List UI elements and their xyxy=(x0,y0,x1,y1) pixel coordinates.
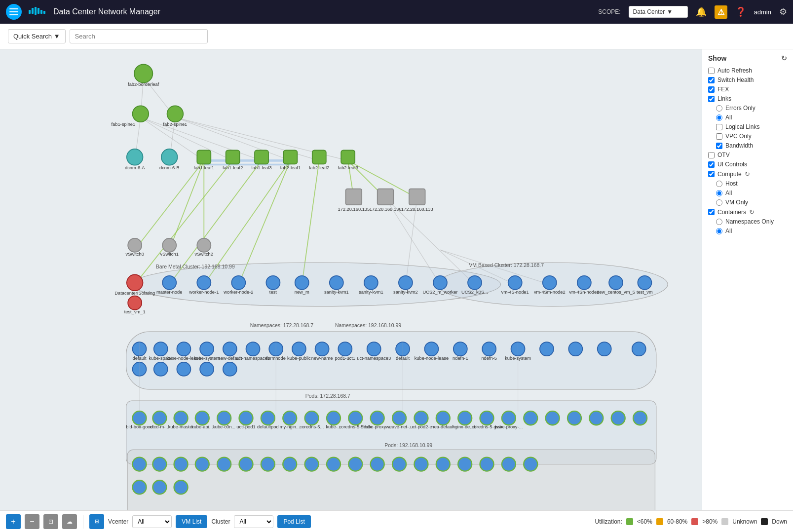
svg-text:worker-node-2: worker-node-2 xyxy=(223,290,253,295)
node-vswitch1[interactable]: vSwitch1 xyxy=(160,238,179,257)
svg-point-192 xyxy=(371,457,384,471)
svg-rect-3 xyxy=(29,10,31,14)
svg-point-166 xyxy=(327,411,340,425)
fex-checkbox[interactable] xyxy=(708,86,715,93)
add-button[interactable]: + xyxy=(6,514,21,529)
svg-text:172.28.168.136: 172.28.168.136 xyxy=(370,207,402,212)
bandwidth-checkbox[interactable] xyxy=(716,143,722,149)
compute-checkbox[interactable] xyxy=(708,171,715,177)
svg-point-82 xyxy=(127,274,143,291)
node-fab1-spine1[interactable]: fab1-spine1 xyxy=(111,106,149,127)
warning-icon[interactable]: ⚠ xyxy=(715,5,727,19)
svg-text:DatacenterISolating: DatacenterISolating xyxy=(114,291,155,296)
otv-checkbox[interactable] xyxy=(708,152,715,158)
node-dcnm-6-B[interactable]: dcnm-6-B xyxy=(159,149,179,170)
all-links-row: All xyxy=(708,114,787,121)
node-new-m[interactable]: new_m xyxy=(295,276,309,295)
all-containers-radio[interactable] xyxy=(716,228,722,234)
logical-links-checkbox[interactable] xyxy=(716,124,722,130)
svg-point-84 xyxy=(162,276,176,290)
quick-search-button[interactable]: Quick Search ▼ xyxy=(8,29,66,43)
vm-list-button[interactable]: VM List xyxy=(176,515,207,528)
containers-spinner[interactable]: ↻ xyxy=(749,208,755,216)
svg-point-90 xyxy=(266,276,280,290)
minus-button[interactable]: − xyxy=(25,514,39,529)
node-fab2-leaf2[interactable]: fab2-leaf2 xyxy=(309,150,329,170)
links-checkbox[interactable] xyxy=(708,96,715,102)
cluster-select[interactable]: All xyxy=(234,515,273,528)
svg-point-88 xyxy=(231,276,245,290)
menu-button[interactable] xyxy=(6,4,22,20)
search-input[interactable] xyxy=(70,29,208,43)
svg-point-50 xyxy=(133,106,149,122)
node-172-2[interactable]: 172.28.168.136 xyxy=(370,189,402,212)
node-fab2-borderleaf[interactable]: fab2-borderleaf xyxy=(128,64,159,86)
all-links-radio[interactable] xyxy=(716,114,722,121)
svg-point-160 xyxy=(195,411,209,425)
switch-health-checkbox[interactable] xyxy=(708,77,715,83)
svg-point-169 xyxy=(392,411,406,425)
vcenter-icon-button[interactable]: ⊞ xyxy=(89,514,104,529)
scope-select[interactable]: Data Center ▼ xyxy=(629,6,688,18)
svg-text:new_centos_vm_5: new_centos_vm_5 xyxy=(597,290,635,295)
svg-text:fab1-leaf3: fab1-leaf3 xyxy=(251,165,271,170)
svg-point-181 xyxy=(133,457,147,471)
compute-label: Compute xyxy=(717,171,742,178)
settings-icon[interactable]: ⚙ xyxy=(779,6,787,17)
svg-text:dcnm-6-B: dcnm-6-B xyxy=(159,165,179,170)
svg-point-173 xyxy=(480,411,494,425)
vcenter-select[interactable]: All xyxy=(132,515,172,528)
compute-spinner[interactable]: ↻ xyxy=(745,170,750,178)
node-fab2-leaf1[interactable]: fab2-leaf1 xyxy=(280,150,301,170)
node-vswitch2[interactable]: vSwitch2 xyxy=(195,238,213,257)
topology-canvas[interactable]: Bare Metal Cluster: 192.168.10.99 VM Bas… xyxy=(0,49,702,510)
svg-rect-60 xyxy=(226,150,240,164)
svg-text:test: test xyxy=(269,290,277,295)
containers-row: Containers ↻ xyxy=(708,208,787,216)
svg-text:Namespaces: 192.168.10.99: Namespaces: 192.168.10.99 xyxy=(335,322,401,328)
errors-only-radio[interactable] xyxy=(716,105,722,112)
svg-point-188 xyxy=(283,457,297,471)
svg-text:vm-4Sm-node2: vm-4Sm-node2 xyxy=(534,290,566,295)
namespaces-only-radio[interactable] xyxy=(716,219,722,225)
node-dcnm-6-A[interactable]: dcnm-6-A xyxy=(125,149,145,170)
containers-checkbox[interactable] xyxy=(708,209,715,215)
node-172-1[interactable]: 172.28.168.135 xyxy=(338,189,370,212)
notification-icon[interactable]: 🔔 xyxy=(696,6,707,17)
all-compute-radio[interactable] xyxy=(716,190,722,196)
node-fab1-leaf2[interactable]: fab1-leaf2 xyxy=(223,150,243,170)
vm-only-radio[interactable] xyxy=(716,199,722,206)
svg-point-114 xyxy=(128,296,142,310)
node-fab1-leaf3[interactable]: fab1-leaf3 xyxy=(251,150,271,170)
all-compute-label: All xyxy=(725,190,732,196)
vcenter-label: Vcenter xyxy=(108,518,128,525)
host-radio[interactable] xyxy=(716,181,722,187)
pod-list-button[interactable]: Pod List xyxy=(277,515,310,528)
fit-button[interactable]: ⊡ xyxy=(43,514,58,529)
switch-health-row: Switch Health xyxy=(708,76,787,83)
svg-text:vSwitch1: vSwitch1 xyxy=(160,252,179,257)
node-fab1-leaf1[interactable]: fab1-leaf1 xyxy=(194,150,214,170)
auto-refresh-checkbox[interactable] xyxy=(708,68,715,74)
node-test-vm[interactable]: test_vm xyxy=(637,276,653,295)
node-fab2-leaf3[interactable]: fab2-leaf3 xyxy=(338,150,358,170)
node-fab2-spine1[interactable]: fab2-spine1 xyxy=(163,106,188,127)
svg-text:test_vm: test_vm xyxy=(637,290,653,295)
svg-point-106 xyxy=(543,276,557,290)
node-test-vm-1[interactable]: test_vm_1 xyxy=(124,296,146,314)
ui-controls-checkbox[interactable] xyxy=(708,161,715,168)
svg-rect-0 xyxy=(9,8,18,9)
compute-row: Compute ↻ xyxy=(708,170,787,178)
svg-text:uct-pod2-e: uct-pod2-e xyxy=(410,424,432,429)
panel-refresh-icon[interactable]: ↻ xyxy=(781,54,787,62)
help-icon[interactable]: ❓ xyxy=(735,6,746,17)
svg-text:ndefn-1: ndefn-1 xyxy=(453,356,468,361)
upload-button[interactable]: ☁ xyxy=(62,514,77,529)
bottom-bar: + − ⊡ ☁ ⊞ Vcenter All VM List Cluster Al… xyxy=(0,510,793,532)
separator1 xyxy=(83,515,83,529)
navbar-right: SCOPE: Data Center ▼ 🔔 ⚠ ❓ admin ⚙ xyxy=(598,5,787,19)
svg-point-108 xyxy=(577,276,591,290)
svg-point-126 xyxy=(367,342,381,356)
vpc-only-checkbox[interactable] xyxy=(716,133,722,140)
svg-text:weave-net-...: weave-net-... xyxy=(385,424,413,429)
